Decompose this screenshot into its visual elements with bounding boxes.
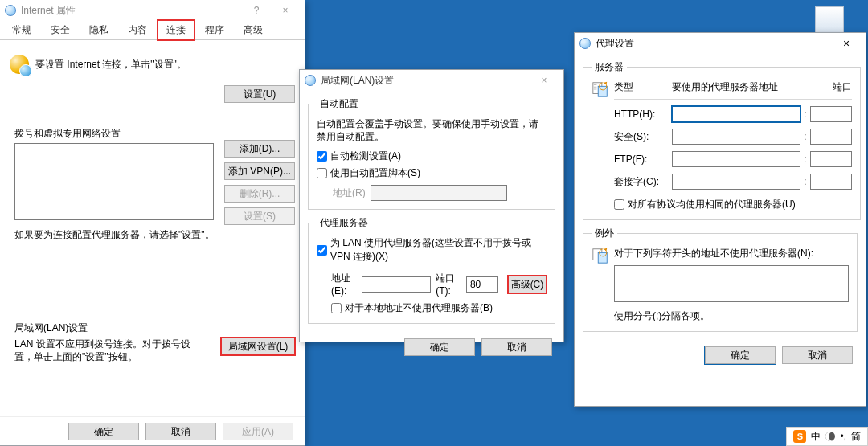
- secure-addr-input[interactable]: [672, 129, 800, 145]
- secure-port-input[interactable]: [810, 129, 852, 145]
- window-title: 代理设置: [596, 37, 832, 51]
- ime-extra: 简: [851, 430, 861, 444]
- tab-strip: 常规 安全 隐私 内容 连接 程序 高级: [0, 21, 305, 40]
- ftp-port-input[interactable]: [810, 151, 852, 167]
- lan-note-text: LAN 设置不应用到拨号连接。对于拨号设置，单击上面的"设置"按钮。: [14, 338, 198, 363]
- ok-button[interactable]: 确定: [705, 346, 776, 364]
- bypass-local-checkbox[interactable]: 对于本地地址不使用代理服务器(B): [331, 301, 547, 315]
- window-title: 局域网(LAN)设置: [321, 74, 530, 88]
- dial-section-label: 拨号和虚拟专用网络设置: [14, 127, 121, 141]
- auto-detect-input[interactable]: [317, 151, 327, 162]
- connections-intro-text: 要设置 Internet 连接，单击"设置"。: [35, 58, 186, 72]
- cancel-button[interactable]: 取消: [782, 346, 853, 364]
- auto-config-note: 自动配置会覆盖手动设置。要确保使用手动设置，请禁用自动配置。: [317, 117, 547, 143]
- proxy-port-input[interactable]: [466, 276, 498, 293]
- exceptions-hint: 使用分号(;)分隔各项。: [614, 309, 849, 323]
- auto-config-legend: 自动配置: [317, 97, 362, 111]
- close-button[interactable]: ×: [530, 75, 559, 86]
- servers-legend: 服务器: [592, 60, 627, 74]
- tab-general[interactable]: 常规: [3, 20, 40, 40]
- ftp-addr-input[interactable]: [672, 151, 800, 167]
- http-port-input[interactable]: [810, 106, 852, 122]
- tab-security[interactable]: 安全: [42, 20, 79, 40]
- same-all-label: 对所有协议均使用相同的代理服务器(U): [628, 198, 796, 211]
- col-type: 类型: [614, 80, 672, 94]
- col-addr: 要使用的代理服务器地址: [672, 80, 810, 94]
- window-title: Internet 属性: [21, 4, 242, 18]
- auto-detect-label: 自动检测设置(A): [330, 149, 401, 163]
- dial-vpn-listbox[interactable]: [14, 143, 214, 220]
- script-addr-input: [371, 185, 507, 201]
- servers-group: 服务器 类型 要使用的代理服务器地址 端口 HTTP(H): : 安全(S): …: [583, 60, 861, 220]
- script-addr-label: 地址(R): [333, 186, 366, 200]
- use-script-input[interactable]: [317, 168, 327, 178]
- help-button[interactable]: ?: [242, 5, 271, 16]
- titlebar: 局域网(LAN)设置 ×: [300, 70, 563, 91]
- globe-icon: [579, 38, 591, 49]
- exceptions-group: 例外 对于下列字符开头的地址不使用代理服务器(N): 使用分号(;)分隔各项。: [583, 227, 858, 332]
- ok-button[interactable]: 确定: [68, 423, 139, 440]
- tab-connections[interactable]: 连接: [158, 20, 194, 40]
- bypass-local-input[interactable]: [331, 303, 342, 313]
- cancel-button[interactable]: 取消: [481, 338, 552, 356]
- ime-indicator[interactable]: S 中 •, 简: [786, 427, 868, 446]
- close-button[interactable]: ×: [832, 37, 861, 50]
- proxy-settings-dialog: 代理设置 × 服务器 类型 要使用的代理服务器地址 端口 HTTP(H): : …: [574, 32, 866, 407]
- lan-settings-dialog: 局域网(LAN)设置 × 自动配置 自动配置会覆盖手动设置。要确保使用手动设置，…: [299, 69, 564, 342]
- exceptions-icon: [592, 247, 609, 264]
- connections-icon: [10, 55, 29, 74]
- proxy-port-label: 端口(T):: [436, 272, 461, 297]
- bypass-local-label: 对于本地地址不使用代理服务器(B): [345, 301, 493, 315]
- servers-icon: [592, 80, 609, 98]
- add-vpn-button[interactable]: 添加 VPN(P)...: [224, 162, 295, 180]
- proxy-server-legend: 代理服务器: [317, 216, 371, 230]
- same-all-checkbox[interactable]: 对所有协议均使用相同的代理服务器(U): [614, 198, 852, 211]
- exceptions-textarea[interactable]: [614, 265, 849, 302]
- proxy-addr-label: 地址(E):: [331, 272, 357, 297]
- tab-content[interactable]: 内容: [119, 20, 156, 40]
- auto-config-group: 自动配置 自动配置会覆盖手动设置。要确保使用手动设置，请禁用自动配置。 自动检测…: [308, 97, 555, 210]
- same-all-input[interactable]: [614, 199, 624, 210]
- lan-section-label: 局域网(LAN)设置: [14, 321, 88, 335]
- use-script-label: 使用自动配置脚本(S): [330, 166, 420, 180]
- proxy-addr-input[interactable]: [362, 276, 431, 293]
- tab-privacy[interactable]: 隐私: [80, 20, 117, 40]
- auto-detect-checkbox[interactable]: 自动检测设置(A): [317, 149, 547, 163]
- proxy-server-group: 代理服务器 为 LAN 使用代理服务器(这些设置不用于拨号或 VPN 连接)(X…: [308, 216, 555, 324]
- socks-addr-input[interactable]: [672, 174, 800, 190]
- exceptions-note: 对于下列字符开头的地址不使用代理服务器(N):: [614, 247, 849, 260]
- globe-icon: [305, 75, 316, 86]
- use-script-checkbox[interactable]: 使用自动配置脚本(S): [317, 166, 547, 180]
- tab-programs[interactable]: 程序: [196, 20, 233, 40]
- cancel-button[interactable]: 取消: [145, 423, 216, 440]
- col-port: 端口: [810, 80, 852, 94]
- row-http-label: HTTP(H):: [614, 108, 672, 120]
- use-proxy-input[interactable]: [317, 245, 327, 256]
- use-proxy-checkbox[interactable]: 为 LAN 使用代理服务器(这些设置不用于拨号或 VPN 连接)(X): [317, 236, 547, 264]
- moon-icon: [825, 432, 835, 441]
- ok-button[interactable]: 确定: [404, 338, 475, 356]
- exceptions-legend: 例外: [592, 227, 617, 240]
- dial-note-text: 如果要为连接配置代理服务器，请选择"设置"。: [14, 228, 215, 242]
- delete-button[interactable]: 删除(R)...: [224, 185, 295, 203]
- settings-button[interactable]: 设置(S): [224, 207, 295, 225]
- globe-icon: [5, 5, 16, 16]
- titlebar: 代理设置 ×: [575, 33, 866, 54]
- apply-button[interactable]: 应用(A): [223, 423, 293, 440]
- ime-mode: 中: [811, 430, 821, 444]
- row-ftp-label: FTP(F):: [614, 153, 672, 165]
- lan-settings-button[interactable]: 局域网设置(L): [221, 338, 295, 355]
- advanced-button[interactable]: 高级(C): [508, 276, 547, 293]
- use-proxy-label: 为 LAN 使用代理服务器(这些设置不用于拨号或 VPN 连接)(X): [330, 236, 547, 264]
- tab-advanced[interactable]: 高级: [235, 20, 272, 40]
- internet-properties-dialog: Internet 属性 ? × 常规 安全 隐私 内容 连接 程序 高级 要设置…: [0, 0, 305, 446]
- ime-logo-icon: S: [793, 430, 806, 443]
- titlebar: Internet 属性 ? ×: [0, 0, 305, 21]
- row-secure-label: 安全(S):: [614, 130, 672, 144]
- socks-port-input[interactable]: [810, 174, 852, 190]
- row-socks-label: 套接字(C):: [614, 175, 672, 189]
- close-button[interactable]: ×: [271, 5, 300, 16]
- add-button[interactable]: 添加(D)...: [224, 140, 295, 158]
- setup-button[interactable]: 设置(U): [224, 85, 295, 103]
- http-addr-input[interactable]: [672, 106, 800, 122]
